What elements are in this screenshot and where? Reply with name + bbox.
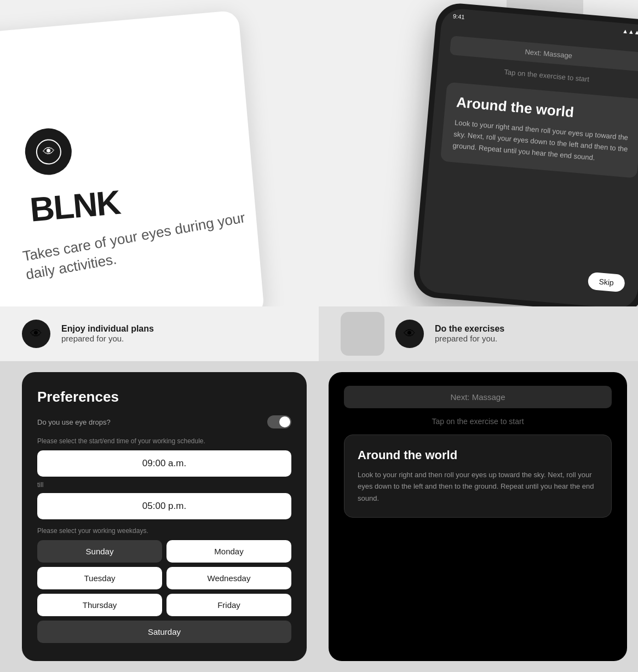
ex-tap-hint: Tap on the exercise to start <box>344 417 612 426</box>
eye-drops-toggle[interactable] <box>267 415 291 428</box>
day-sunday[interactable]: Sunday <box>37 540 162 563</box>
till-label: till <box>37 481 291 489</box>
day-saturday[interactable]: Saturday <box>37 621 291 643</box>
phone-content: Next: Massage Tap on the exercise to sta… <box>428 8 638 190</box>
exercise-card: Around the world Look to your right and … <box>440 82 638 178</box>
skip-button[interactable]: Skip <box>587 272 625 293</box>
time-label: 9:41 <box>453 13 465 21</box>
white-card: 👁 BLNK Takes care of your eyes during yo… <box>0 10 265 306</box>
feature-text-1: Enjoy individual plans prepared for you. <box>61 324 154 344</box>
blnk-logo-circle: 👁 <box>23 126 73 177</box>
day-tuesday[interactable]: Tuesday <box>37 567 162 589</box>
weekday-grid: Sunday Monday Tuesday Wednesday Thursday… <box>37 540 291 643</box>
day-monday[interactable]: Monday <box>166 540 291 563</box>
toggle-knob <box>279 416 290 427</box>
day-thursday[interactable]: Thursday <box>37 594 162 616</box>
exercise-panel: Next: Massage Tap on the exercise to sta… <box>329 372 627 661</box>
top-section: 👁 BLNK Takes care of your eyes during yo… <box>0 0 638 306</box>
gray-placeholder <box>341 312 384 356</box>
weekdays-label: Please select your working weekdays. <box>37 527 291 535</box>
eye-drops-row: Do you use eye drops? <box>37 415 291 428</box>
exercise-desc: Look to your right and then roll your ey… <box>452 117 630 166</box>
feature-left: 👁 Enjoy individual plans prepared for yo… <box>0 320 319 348</box>
feature-icon-2: 👁 <box>395 320 424 348</box>
day-friday[interactable]: Friday <box>166 594 291 616</box>
phone-mockup: 9:41 ▲▲▲ 🔋 Next: Massage Tap on the exer… <box>412 2 638 306</box>
ex-next-bar: Next: Massage <box>344 386 612 408</box>
start-time-button[interactable]: 09:00 a.m. <box>37 450 291 477</box>
day-wednesday[interactable]: Wednesday <box>166 567 291 589</box>
schedule-label: Please select the start/end time of your… <box>37 437 291 445</box>
end-time-button[interactable]: 05:00 p.m. <box>37 493 291 519</box>
preferences-panel: Preferences Do you use eye drops? Please… <box>22 372 307 661</box>
ex-card-title: Around the world <box>358 448 598 462</box>
feature-text-2: Do the exercises prepared for you. <box>435 324 504 344</box>
app-title: BLNK <box>28 183 122 229</box>
phone-screen: 9:41 ▲▲▲ 🔋 Next: Massage Tap on the exer… <box>418 8 638 306</box>
svg-text:👁: 👁 <box>42 144 55 159</box>
feature-right: 👁 Do the exercises prepared for you. <box>319 306 638 361</box>
bottom-section: Preferences Do you use eye drops? Please… <box>0 361 638 672</box>
eye-drops-label: Do you use eye drops? <box>37 418 111 426</box>
middle-section: 👁 Enjoy individual plans prepared for yo… <box>0 306 638 361</box>
ex-card-desc: Look to your right and then roll your ey… <box>358 469 598 504</box>
ex-card: Around the world Look to your right and … <box>344 435 612 518</box>
feature-icon-1: 👁 <box>22 320 50 348</box>
preferences-title: Preferences <box>37 389 291 405</box>
